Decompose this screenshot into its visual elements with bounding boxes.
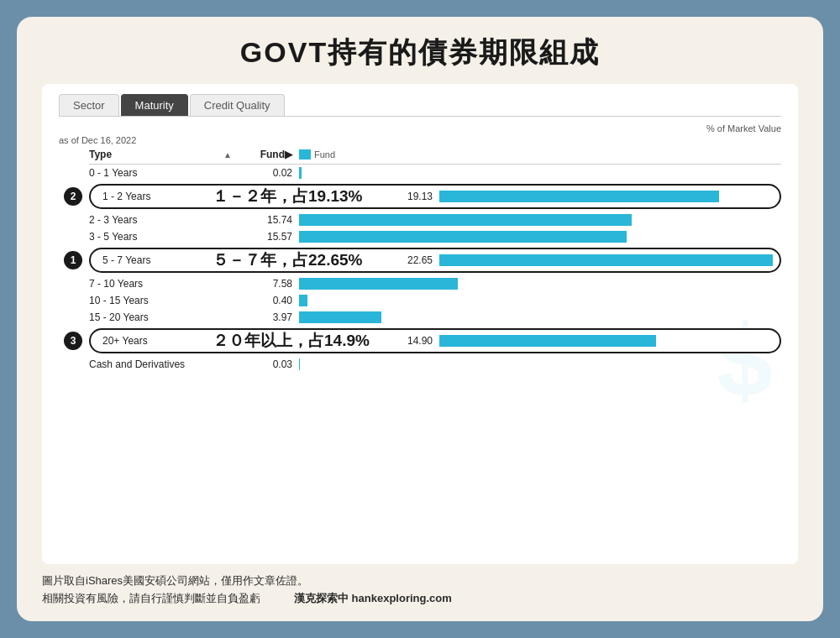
table-header: Type ▲ Fund▶ Fund [89,149,781,165]
row-bar-container [299,358,781,370]
row-value: 0.40 [240,295,299,306]
row-label: 0 - 1 Years [89,167,223,179]
row-label: 3 - 5 Years [89,231,223,243]
highlight-number: 2 [64,187,82,206]
row-bar-container [439,335,773,347]
market-value-label: % of Market Value [706,123,781,133]
column-fund-header: Fund▶ [240,149,299,160]
footer-line2: 相關投資有風險，請自行謹慎判斷並自負盈虧 [42,590,260,608]
highlight-number: 1 [64,251,82,269]
row-label: Cash and Derivatives [89,358,223,370]
main-card: GOVT持有的債券期限組成 Sector Maturity Credit Qua… [17,17,823,621]
row-value: 0.03 [240,358,299,370]
row-bar [439,335,656,347]
row-bar-container [299,214,781,226]
table-row: Cash and Derivatives 0.03 [89,356,781,373]
page-title: GOVT持有的債券期限組成 [42,34,798,72]
row-value: 14.90 [389,335,439,347]
row-bar [299,214,632,226]
row-label: 10 - 15 Years [89,295,223,306]
row-value: 3.97 [240,311,299,323]
table-row: 15 - 20 Years 3.97 [89,309,781,326]
row-bar [299,358,300,370]
row-value: 0.02 [240,167,299,179]
legend-label: Fund [314,149,335,160]
highlight-pill: 1 - 2 Years １－２年，占19.13% 19.13 [89,184,781,209]
row-bar [299,167,302,179]
row-bar-container [299,311,781,323]
tab-maturity[interactable]: Maturity [121,94,188,116]
row-bar [299,295,307,306]
sort-icon[interactable]: ▲ [223,150,240,160]
highlight-number: 3 [64,332,82,350]
row-label: 20+ Years [91,335,213,347]
row-value: 19.13 [389,191,439,202]
row-label: 1 - 2 Years [91,191,213,202]
table-row: 10 - 15 Years 0.40 [89,292,781,309]
row-value: 15.57 [240,231,299,243]
market-value-row: % of Market Value [59,123,781,135]
row-label: 7 - 10 Years [89,278,223,290]
row-bar [439,254,773,266]
highlight-text: ２０年以上，占14.9% [213,330,389,352]
row-value: 15.74 [240,214,299,226]
row-label: 5 - 7 Years [91,254,213,266]
tab-credit-quality[interactable]: Credit Quality [190,94,285,116]
table-row: 7 - 10 Years 7.58 [89,275,781,292]
row-bar-container [299,295,781,306]
row-label: 15 - 20 Years [89,311,223,323]
table-row-highlight: 2 1 - 2 Years １－２年，占19.13% 19.13 [89,181,781,212]
highlight-text: ５－７年，占22.65% [213,249,389,271]
chart-area: Sector Maturity Credit Quality % of Mark… [42,84,798,564]
table-row-highlight: 3 20+ Years ２０年以上，占14.9% 14.90 [89,326,781,356]
row-bar [299,231,627,243]
row-bar-container [299,167,781,179]
legend-color-box [299,149,311,160]
table-row: 2 - 3 Years 15.74 [89,212,781,228]
highlight-text: １－２年，占19.13% [213,186,389,207]
highlight-pill: 5 - 7 Years ５－７年，占22.65% 22.65 [89,248,781,273]
row-value: 22.65 [389,254,439,266]
row-bar-container [439,254,773,266]
table-row: 0 - 1 Years 0.02 [89,165,781,181]
row-value: 7.58 [240,278,299,290]
footer: 圖片取自iShares美國安碩公司網站，僅用作文章佐證。 相關投資有風險，請自行… [42,573,798,608]
tab-bar: Sector Maturity Credit Quality [59,94,781,117]
row-bar [439,191,719,202]
row-bar-container [439,191,773,202]
row-bar-container [299,231,781,243]
column-type-header: Type [89,149,223,160]
row-bar-container [299,278,781,290]
date-label: as of Dec 16, 2022 [59,135,781,145]
table-row-highlight: 1 5 - 7 Years ５－７年，占22.65% 22.65 [89,245,781,275]
legend: Fund [299,149,335,160]
row-bar [299,311,381,323]
data-rows: $ 0 - 1 Years 0.02 2 1 - 2 Years １－２年，占1… [89,165,781,556]
tab-sector[interactable]: Sector [59,94,119,116]
table-row: 3 - 5 Years 15.57 [89,228,781,245]
footer-line1: 圖片取自iShares美國安碩公司網站，僅用作文章佐證。 [42,573,798,590]
highlight-pill: 20+ Years ２０年以上，占14.9% 14.90 [89,328,781,353]
row-label: 2 - 3 Years [89,214,223,226]
row-bar [299,278,458,290]
footer-site: 漢克探索中 hankexploring.com [294,590,452,608]
